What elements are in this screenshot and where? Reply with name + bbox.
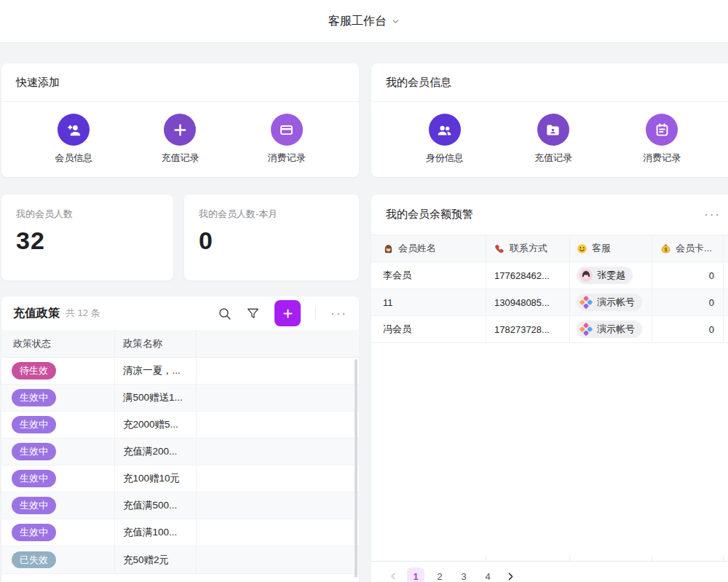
status-badge: 生效中 xyxy=(12,389,56,406)
prev-page-button[interactable] xyxy=(386,567,400,582)
policy-name: 满500赠送1... xyxy=(114,391,196,404)
status-badge: 生效中 xyxy=(12,524,56,541)
recharge-policy-title: 充值政策 xyxy=(13,306,60,321)
stat-label: 我的会员人数-本月 xyxy=(199,208,344,221)
action-label: 消费记录 xyxy=(268,152,306,165)
quick-add-card: 快速添加 会员信息 充值记录 消费记录 xyxy=(1,63,359,177)
identity-info-button[interactable]: 身份信息 xyxy=(426,114,464,165)
table-row[interactable]: 李会员 177628462... 张雯越 0 xyxy=(371,262,728,289)
table-row[interactable]: 生效中 充值满100... xyxy=(1,519,359,546)
calendar-icon xyxy=(646,114,678,146)
toolbar-divider xyxy=(315,307,316,320)
action-label: 充值记录 xyxy=(161,152,199,165)
page-button-4[interactable]: 4 xyxy=(479,567,496,582)
page-button-3[interactable]: 3 xyxy=(455,567,472,582)
more-options-button[interactable]: ··· xyxy=(704,208,721,221)
column-label: 客服 xyxy=(592,242,611,255)
pagination: 1 2 3 4 xyxy=(386,567,518,582)
credit-card-icon xyxy=(271,114,303,146)
page-button-2[interactable]: 2 xyxy=(431,567,448,582)
column-label: 政策状态 xyxy=(13,337,51,350)
add-record-button[interactable] xyxy=(274,300,301,326)
table-row[interactable]: 生效中 充值满500... xyxy=(1,492,359,519)
column-label: 会员卡... xyxy=(676,242,712,255)
member-balance: 0 xyxy=(709,270,714,281)
table-row[interactable]: 生效中 充2000赠5... xyxy=(1,412,359,439)
balance-warning-card: 我的会员余额预警 ··· 会员姓名 联系方式 客服 $ 会员卡... 李会员 1… xyxy=(371,194,728,582)
more-options-button[interactable]: ··· xyxy=(331,307,347,320)
policy-table-header: 政策状态 政策名称 xyxy=(1,330,359,358)
policy-name: 充50赠2元 xyxy=(114,554,196,567)
table-row[interactable]: 生效中 满500赠送1... xyxy=(1,385,359,412)
member-name: 11 xyxy=(383,297,393,308)
agent-name: 演示帐号 xyxy=(597,296,635,309)
table-row[interactable]: 生效中 充值满200... xyxy=(1,439,359,465)
column-label: 联系方式 xyxy=(510,242,547,255)
recharge-records-button[interactable]: 充值记录 xyxy=(534,114,572,165)
column-tick xyxy=(486,557,486,561)
balance-warning-title: 我的会员余额预警 xyxy=(386,208,473,221)
status-badge: 已失效 xyxy=(12,551,56,569)
page-button-1[interactable]: 1 xyxy=(407,567,424,582)
stat-value: 0 xyxy=(199,227,344,255)
workspace-switcher[interactable]: 客服工作台 xyxy=(328,14,400,29)
agent-pill: 演示帐号 xyxy=(577,294,642,311)
record-count: 共 12 条 xyxy=(66,307,100,320)
plus-icon xyxy=(281,307,295,321)
policy-name: 充2000赠5... xyxy=(114,418,196,431)
quick-add-member-button[interactable]: 会员信息 xyxy=(55,114,92,165)
agent-pill: 张雯越 xyxy=(577,267,633,284)
moneybag-icon: $ xyxy=(660,243,671,254)
svg-text:$: $ xyxy=(665,246,668,252)
member-count-month-card: 我的会员人数-本月 0 xyxy=(184,194,359,280)
column-divider xyxy=(114,330,115,574)
vertical-scrollbar[interactable] xyxy=(355,359,357,578)
next-page-button[interactable] xyxy=(503,567,518,582)
folder-user-icon xyxy=(537,114,569,146)
agent-pill: 演示帐号 xyxy=(577,321,642,338)
filter-button[interactable] xyxy=(246,307,260,321)
member-name: 冯会员 xyxy=(383,323,411,336)
action-label: 消费记录 xyxy=(643,152,681,165)
policy-name: 充值满500... xyxy=(114,499,196,512)
policy-name: 清凉一夏，... xyxy=(114,364,196,377)
table-row[interactable]: 已失效 充50赠2元 xyxy=(1,546,359,574)
policy-name: 充值满200... xyxy=(114,445,196,458)
table-row[interactable]: 11 130948085... 演示帐号 0 xyxy=(371,289,728,316)
chevron-down-icon xyxy=(392,17,400,25)
table-row[interactable]: 冯会员 178273728... 演示帐号 0 xyxy=(371,316,728,343)
column-tick xyxy=(652,557,652,561)
consume-records-button[interactable]: 消费记录 xyxy=(643,114,681,165)
column-divider xyxy=(569,235,570,343)
smiley-icon xyxy=(577,243,587,254)
column-tick xyxy=(569,557,570,561)
users-icon xyxy=(429,114,461,146)
status-badge: 待生效 xyxy=(12,362,56,380)
quick-add-recharge-button[interactable]: 充值记录 xyxy=(161,114,199,165)
warning-table-header: 会员姓名 联系方式 客服 $ 会员卡... xyxy=(371,235,728,262)
column-divider xyxy=(196,330,197,574)
my-member-info-title: 我的会员信息 xyxy=(386,76,451,90)
search-button[interactable] xyxy=(218,307,232,321)
table-row[interactable]: 生效中 充100赠10元 xyxy=(1,465,359,492)
column-divider xyxy=(723,235,724,343)
girl-avatar xyxy=(579,269,593,282)
status-badge: 生效中 xyxy=(12,416,56,433)
table-row[interactable]: 待生效 清凉一夏，... xyxy=(1,358,359,385)
stat-value: 32 xyxy=(16,227,159,255)
quick-add-consume-button[interactable]: 消费记录 xyxy=(268,114,306,165)
pinwheel-logo-avatar xyxy=(579,323,593,336)
member-contact: 177628462... xyxy=(494,270,550,281)
action-label: 身份信息 xyxy=(426,152,464,165)
status-badge: 生效中 xyxy=(12,443,56,460)
action-label: 充值记录 xyxy=(534,152,572,165)
stat-label: 我的会员人数 xyxy=(16,208,159,221)
action-label: 会员信息 xyxy=(55,152,92,165)
my-member-info-card: 我的会员信息 身份信息 充值记录 消费记录 xyxy=(371,63,728,177)
member-contact: 178273728... xyxy=(494,324,550,335)
column-tick xyxy=(723,557,724,561)
column-label: 政策名称 xyxy=(123,338,162,349)
quick-add-title: 快速添加 xyxy=(16,76,60,90)
plus-icon xyxy=(164,114,196,146)
recharge-policy-card: 充值政策 共 12 条 ··· 政策状态 政策名称 待生效 清凉一夏，... 生… xyxy=(1,296,359,582)
